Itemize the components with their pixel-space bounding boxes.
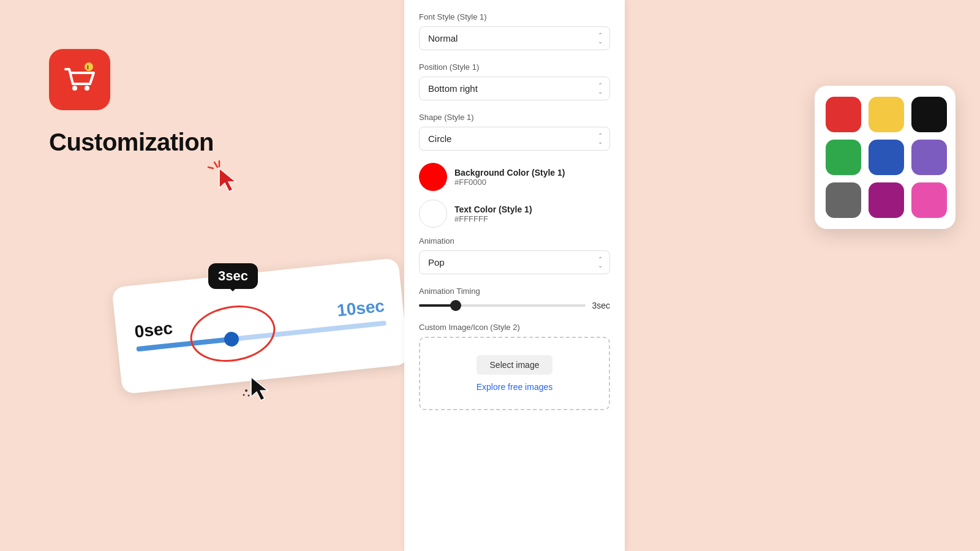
svg-text:!: !: [87, 64, 89, 70]
palette-color-5[interactable]: [911, 140, 947, 175]
animation-timing-value: 3sec: [592, 301, 610, 310]
palette-color-0[interactable]: [826, 97, 861, 132]
svg-point-3: [85, 86, 89, 91]
svg-point-2: [72, 86, 77, 91]
font-style-label: Font Style (Style 1): [419, 12, 610, 21]
settings-panel: Font Style (Style 1) Normal Position (St…: [404, 0, 625, 551]
palette-color-4[interactable]: [869, 140, 904, 175]
color-palette-popup: [815, 86, 956, 229]
svg-point-0: [85, 62, 93, 71]
animation-timing-label: Animation Timing: [419, 287, 610, 296]
position-label: Position (Style 1): [419, 62, 610, 72]
palette-color-3[interactable]: [826, 140, 861, 175]
position-select-wrapper[interactable]: Bottom right: [419, 77, 610, 100]
cursor-sparkle: [202, 156, 245, 201]
bg-color-info: Background Color (Style 1) #FF0000: [454, 168, 565, 187]
animation-group: Animation Pop: [419, 236, 610, 274]
text-color-row[interactable]: Text Color (Style 1) #FFFFFF: [419, 200, 610, 228]
palette-color-6[interactable]: [826, 182, 861, 218]
svg-line-4: [214, 162, 217, 167]
text-color-label: Text Color (Style 1): [454, 204, 532, 214]
palette-color-7[interactable]: [869, 182, 904, 218]
image-upload-box: Select image Explore free images: [419, 337, 610, 410]
shape-label: Shape (Style 1): [419, 113, 610, 122]
slider-label-left: 0sec: [134, 318, 173, 342]
font-style-select[interactable]: Normal: [419, 26, 610, 50]
palette-color-8[interactable]: [911, 182, 947, 218]
select-image-button[interactable]: Select image: [477, 355, 553, 375]
tooltip-bubble: 3sec: [208, 263, 258, 289]
font-style-group: Font Style (Style 1) Normal: [419, 12, 610, 50]
text-color-hex: #FFFFFF: [454, 214, 532, 223]
bg-color-label: Background Color (Style 1): [454, 168, 565, 178]
svg-point-9: [248, 395, 250, 397]
custom-image-label: Custom Image/Icon (Style 2): [419, 323, 610, 332]
animation-select[interactable]: Pop: [419, 250, 610, 274]
bg-color-row[interactable]: Background Color (Style 1) #FF0000: [419, 163, 610, 191]
app-icon: !: [49, 49, 110, 110]
animation-label: Animation: [419, 236, 610, 246]
position-group: Position (Style 1) Bottom right: [419, 62, 610, 100]
explore-images-link[interactable]: Explore free images: [477, 382, 553, 392]
animation-timing-slider[interactable]: [419, 304, 586, 307]
page-title: Customization: [49, 129, 214, 156]
left-illustration: ! Customization 3sec 0sec 10sec: [0, 0, 404, 551]
palette-color-1[interactable]: [869, 97, 904, 132]
cursor-bottom: [238, 367, 271, 403]
svg-point-8: [243, 394, 245, 396]
position-select[interactable]: Bottom right: [419, 77, 610, 100]
text-color-info: Text Color (Style 1) #FFFFFF: [454, 204, 532, 223]
bg-color-hex: #FF0000: [454, 178, 565, 187]
animation-timing-slider-wrap: 3sec: [419, 301, 610, 310]
bg-color-swatch[interactable]: [419, 163, 447, 191]
svg-point-7: [245, 389, 247, 392]
custom-image-group: Custom Image/Icon (Style 2) Select image…: [419, 323, 610, 410]
palette-color-2[interactable]: [911, 97, 947, 132]
svg-line-6: [208, 167, 213, 168]
animation-select-wrapper[interactable]: Pop: [419, 250, 610, 274]
slider-label-right: 10sec: [336, 296, 386, 320]
shape-select-wrapper[interactable]: Circle: [419, 127, 610, 151]
text-color-swatch[interactable]: [419, 200, 447, 228]
shape-group: Shape (Style 1) Circle: [419, 113, 610, 151]
font-style-select-wrapper[interactable]: Normal: [419, 26, 610, 50]
shape-select[interactable]: Circle: [419, 127, 610, 151]
animation-timing-group: Animation Timing 3sec: [419, 287, 610, 310]
